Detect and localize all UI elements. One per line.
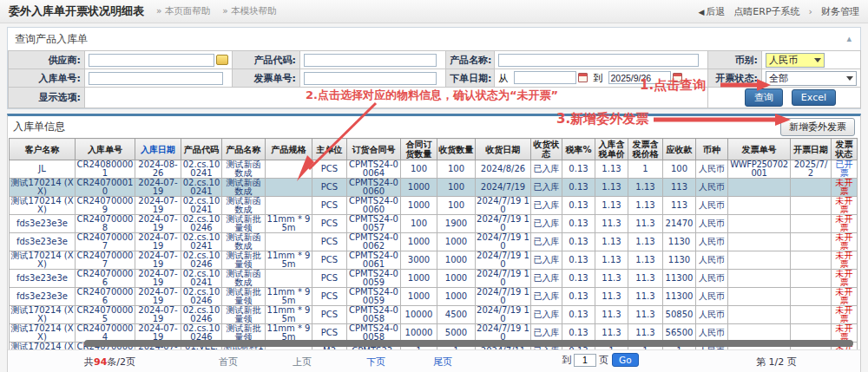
column-header: 合同订货数量 <box>401 139 437 160</box>
cell <box>728 179 791 197</box>
cell: WWFP250702001 <box>728 160 791 179</box>
cell: 02.cs.100241 <box>181 197 222 215</box>
date-to-word: 到 <box>593 73 602 84</box>
scrollbar-thumb[interactable] <box>84 340 853 347</box>
next-page-link[interactable]: 下页 <box>366 356 385 369</box>
prev-page-link[interactable]: 上页 <box>293 356 312 369</box>
cell: 1900 <box>437 215 476 233</box>
cell: CR240800001 <box>76 160 135 179</box>
date-from-input[interactable] <box>514 71 576 84</box>
product-name-input[interactable] <box>498 54 699 67</box>
product-code-input[interactable] <box>304 54 437 67</box>
table-row[interactable]: 测试170214 (XX)CR2407000102024-07-1902.cs.… <box>10 179 858 197</box>
table-row[interactable]: fds3e23e3eCR2407000062024-07-1902.cs.100… <box>10 288 858 306</box>
cell: 0.13 <box>562 306 595 324</box>
cell: 2024-07-19 <box>135 306 181 324</box>
back-link[interactable]: ◀后退 <box>698 5 725 18</box>
cell: 人民币 <box>696 179 728 197</box>
first-page-link[interactable]: 首页 <box>219 356 238 369</box>
cell <box>791 306 832 324</box>
cell: 未开票 <box>832 179 858 197</box>
search-button[interactable]: 查询 <box>745 88 783 107</box>
cell: fds3e23e3e <box>10 233 76 251</box>
cell: 02.cs.100246 <box>181 288 222 306</box>
cell: 1.13 <box>595 197 628 215</box>
cell <box>266 233 312 251</box>
table-row[interactable]: 测试170214 (XX)CR2407000092024-07-1902.cs.… <box>10 197 858 215</box>
stockin-no-input[interactable] <box>89 72 223 85</box>
cell <box>791 270 832 288</box>
cell: 1000 <box>401 270 437 288</box>
calendar-icon[interactable] <box>578 73 588 82</box>
cell: 02.cs.100246 <box>181 215 222 233</box>
cell: 50850 <box>663 306 696 324</box>
supplier-input[interactable] <box>89 54 214 67</box>
column-header: 产品规格 <box>266 139 312 160</box>
cell: 人民币 <box>696 197 728 215</box>
breadcrumb-module[interactable]: 财务管理 <box>821 5 859 18</box>
table-row[interactable]: fds3e23e3eCR2407000082024-07-1902.cs.100… <box>10 215 858 233</box>
cell: 02.cs.100246 <box>181 251 222 270</box>
invoice-status-select[interactable]: 全部 <box>766 71 857 86</box>
cell: 人民币 <box>696 251 728 270</box>
column-header: 发票单号 <box>728 139 791 160</box>
cell: 10000 <box>401 306 437 324</box>
cell: 已入库 <box>531 306 562 324</box>
cell: 2024/7/19 10 <box>476 306 531 324</box>
currency-select[interactable]: 人民币 <box>766 53 825 68</box>
breadcrumb-system[interactable]: 点晴ERP子系统 <box>733 5 799 18</box>
cell: 0.13 <box>562 251 595 270</box>
cell: CPMTS24-00064 <box>347 160 401 179</box>
module-help-link[interactable]: » 本模块帮助 <box>222 5 276 17</box>
page-title: 委外入库单开票状况明细表 <box>9 3 144 19</box>
cell: 人民币 <box>696 233 728 251</box>
cell: 21470 <box>663 215 696 233</box>
page-number-input[interactable] <box>574 354 596 367</box>
table-row[interactable]: fds3e23e3eCR2407000072024-07-1902.cs.100… <box>10 233 858 251</box>
table-row[interactable]: JLCR2408000012024-08-2602.cs.100241测试新函数… <box>10 160 858 179</box>
cell: 2024/7/19 10 <box>476 197 531 215</box>
cell: 已入库 <box>531 197 562 215</box>
cell: PCS <box>312 251 347 270</box>
cell: 测试新函数成 <box>222 197 266 215</box>
collapse-panel-icon[interactable]: ▴ <box>846 33 852 44</box>
cell: 4500 <box>437 306 476 324</box>
cell: 已开票 <box>832 160 858 179</box>
add-outsourced-invoice-button[interactable]: 新增委外发票 <box>780 118 855 136</box>
cell: CPMTS24-00060 <box>347 197 401 215</box>
cell: 测试170214 (XX) <box>10 251 76 270</box>
cell <box>791 215 832 233</box>
cell: 02.cs.100241 <box>181 179 222 197</box>
cell: 02.cs.100241 <box>181 270 222 288</box>
cell: 测试新批量领 <box>222 288 266 306</box>
last-page-link[interactable]: 尾页 <box>433 356 452 369</box>
cell: 测试170214 (XX) <box>10 197 76 215</box>
table-wrap: 客户名称入库单号入库日期产品代码产品名称产品规格主单位订货合同号合同订货数量收货… <box>8 138 860 349</box>
column-header[interactable]: 入库日期 <box>135 139 181 160</box>
cell: 测试新函数成 <box>222 179 266 197</box>
cell: CPMTS24-00057 <box>347 215 401 233</box>
cell: 0.13 <box>562 215 595 233</box>
cell: 1000 <box>437 270 476 288</box>
cell: 1130 <box>663 251 696 270</box>
cell: PCS <box>312 215 347 233</box>
table-row[interactable]: 测试170214 (XX)CR2407000052024-07-1902.cs.… <box>10 306 858 324</box>
cell: 2024-07-19 <box>135 251 181 270</box>
calendar-icon[interactable] <box>673 73 682 82</box>
table-row[interactable]: fds3e23e3eCR2407000062024-07-1902.cs.100… <box>10 270 858 288</box>
cell: 1.13 <box>595 179 628 197</box>
cell: 02.cs.100241 <box>181 233 222 251</box>
lookup-icon[interactable] <box>216 55 228 65</box>
cell: 11300 <box>663 270 696 288</box>
table-row[interactable]: 测试170214 (XX)CR2407000072024-07-1902.cs.… <box>10 251 858 270</box>
cell: 未开票 <box>832 251 858 270</box>
cell: 2024/7/19 10 <box>476 233 531 251</box>
invoice-status-label: 开票状态: <box>708 69 762 88</box>
date-to-input[interactable] <box>608 71 671 84</box>
display-options-field[interactable] <box>85 88 708 108</box>
invoice-no-input[interactable] <box>304 72 437 85</box>
go-button[interactable]: Go <box>612 353 639 367</box>
page-help-link[interactable]: » 本页面帮助 <box>156 5 210 17</box>
cell: 1.13 <box>628 233 663 251</box>
excel-button[interactable]: Excel <box>792 89 836 106</box>
